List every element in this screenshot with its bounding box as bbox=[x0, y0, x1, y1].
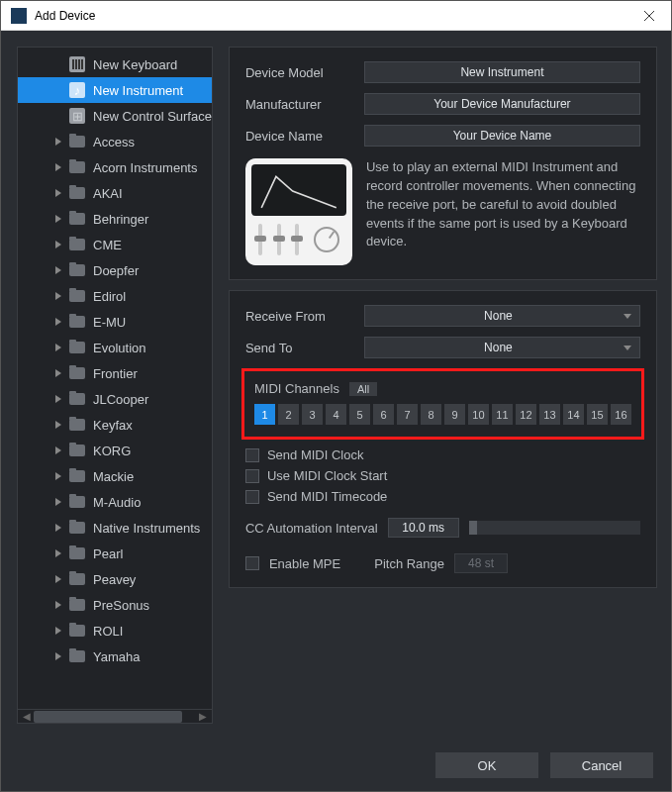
midi-channels-label: MIDI Channels bbox=[254, 381, 339, 396]
horizontal-scrollbar[interactable]: ◀ ▶ bbox=[18, 709, 212, 723]
midi-channel-9[interactable]: 9 bbox=[444, 404, 465, 425]
tree-item-label: Pearl bbox=[93, 546, 123, 561]
knob-icon bbox=[314, 227, 339, 252]
cc-automation-slider[interactable] bbox=[469, 521, 640, 535]
tree-folder-jlcooper[interactable]: JLCooper bbox=[18, 386, 212, 412]
ok-button[interactable]: OK bbox=[435, 752, 538, 778]
tree-item-label: E-MU bbox=[93, 315, 126, 330]
slider-icon bbox=[277, 224, 281, 255]
scroll-left-arrow[interactable]: ◀ bbox=[22, 711, 32, 722]
tree-item-label: Evolution bbox=[93, 341, 145, 355]
chevron-down-icon bbox=[624, 314, 631, 319]
tree-item-label: Doepfer bbox=[93, 263, 139, 278]
tree-folder-korg[interactable]: KORG bbox=[18, 438, 212, 463]
folder-icon bbox=[69, 445, 85, 456]
tree-folder-acorn-instruments[interactable]: Acorn Instruments bbox=[18, 154, 212, 180]
expand-arrow-icon bbox=[55, 163, 61, 171]
midi-channel-7[interactable]: 7 bbox=[397, 404, 418, 425]
scroll-thumb[interactable] bbox=[34, 711, 182, 723]
manufacturer-field[interactable]: Your Device Manufacturer bbox=[364, 93, 640, 115]
receive-from-dropdown[interactable]: None bbox=[364, 305, 640, 327]
device-thumbnail bbox=[245, 158, 352, 265]
cc-automation-value[interactable]: 10.0 ms bbox=[388, 518, 459, 538]
device-name-field[interactable]: Your Device Name bbox=[364, 125, 640, 147]
tree-folder-edirol[interactable]: Edirol bbox=[18, 283, 212, 309]
tree-folder-access[interactable]: Access bbox=[18, 129, 212, 154]
folder-icon bbox=[69, 213, 85, 225]
tree-folder-m-audio[interactable]: M-Audio bbox=[18, 489, 212, 515]
send-midi-clock-checkbox[interactable] bbox=[245, 448, 259, 462]
folder-icon bbox=[69, 419, 85, 431]
tree-item-label: KORG bbox=[93, 444, 131, 458]
device-model-field[interactable]: New Instrument bbox=[364, 61, 640, 83]
midi-channel-11[interactable]: 11 bbox=[492, 404, 513, 425]
expand-arrow-icon bbox=[55, 421, 61, 429]
tree-folder-akai[interactable]: AKAI bbox=[18, 180, 212, 206]
tree-folder-peavey[interactable]: Peavey bbox=[18, 566, 212, 592]
expand-arrow-icon bbox=[55, 395, 61, 403]
expand-arrow-icon bbox=[55, 524, 61, 532]
folder-icon bbox=[69, 136, 85, 148]
tree-folder-pearl[interactable]: Pearl bbox=[18, 541, 212, 566]
expand-arrow-icon bbox=[55, 601, 61, 609]
tree-item-label: Edirol bbox=[93, 289, 126, 304]
folder-icon bbox=[69, 599, 85, 611]
folder-icon bbox=[69, 650, 85, 662]
tree-item-label: New Instrument bbox=[93, 83, 183, 98]
tree-folder-evolution[interactable]: Evolution bbox=[18, 335, 212, 360]
close-button[interactable] bbox=[626, 1, 671, 31]
use-midi-clock-start-checkbox[interactable] bbox=[245, 469, 259, 483]
expand-arrow-icon bbox=[55, 472, 61, 480]
tree-folder-presonus[interactable]: PreSonus bbox=[18, 592, 212, 618]
slider-icon bbox=[295, 224, 299, 255]
midi-channel-6[interactable]: 6 bbox=[373, 404, 394, 425]
send-to-dropdown[interactable]: None bbox=[364, 337, 640, 358]
tree-item-label: Access bbox=[93, 135, 135, 149]
tree-folder-e-mu[interactable]: E-MU bbox=[18, 309, 212, 335]
midi-channel-15[interactable]: 15 bbox=[587, 404, 608, 425]
folder-icon bbox=[69, 470, 85, 482]
tree-item-label: Yamaha bbox=[93, 649, 140, 664]
tree-item-new-instrument[interactable]: ♪ New Instrument bbox=[18, 77, 212, 103]
expand-arrow-icon bbox=[55, 241, 61, 248]
manufacturer-label: Manufacturer bbox=[245, 97, 364, 112]
midi-channel-16[interactable]: 16 bbox=[611, 404, 631, 425]
tree-folder-behringer[interactable]: Behringer bbox=[18, 206, 212, 232]
expand-arrow-icon bbox=[55, 344, 61, 351]
dialog-footer: OK Cancel bbox=[1, 740, 671, 791]
midi-channel-14[interactable]: 14 bbox=[563, 404, 584, 425]
tree-item-new-keyboard[interactable]: New Keyboard bbox=[18, 51, 212, 77]
tree-folder-mackie[interactable]: Mackie bbox=[18, 463, 212, 489]
cancel-button[interactable]: Cancel bbox=[550, 752, 653, 778]
tree-item-new-control-surface[interactable]: ⊞ New Control Surface bbox=[18, 103, 212, 129]
tree-folder-doepfer[interactable]: Doepfer bbox=[18, 257, 212, 283]
pitch-range-value: 48 st bbox=[454, 553, 508, 573]
midi-channel-3[interactable]: 3 bbox=[302, 404, 323, 425]
send-midi-timecode-checkbox[interactable] bbox=[245, 490, 259, 504]
tree-folder-roli[interactable]: ROLI bbox=[18, 618, 212, 644]
send-to-label: Send To bbox=[245, 341, 364, 355]
expand-arrow-icon bbox=[55, 318, 61, 326]
tree-folder-yamaha[interactable]: Yamaha bbox=[18, 644, 212, 669]
scroll-right-arrow[interactable]: ▶ bbox=[198, 711, 208, 722]
tree-folder-keyfax[interactable]: Keyfax bbox=[18, 412, 212, 438]
device-tree[interactable]: New Keyboard ♪ New Instrument ⊞ New Cont… bbox=[18, 48, 212, 709]
midi-channel-2[interactable]: 2 bbox=[278, 404, 299, 425]
keyboard-icon bbox=[69, 56, 85, 72]
all-channels-button[interactable]: All bbox=[349, 382, 377, 396]
midi-channel-10[interactable]: 10 bbox=[468, 404, 489, 425]
tree-folder-frontier[interactable]: Frontier bbox=[18, 360, 212, 386]
tree-folder-cme[interactable]: CME bbox=[18, 232, 212, 257]
midi-channel-5[interactable]: 5 bbox=[349, 404, 370, 425]
tree-item-label: Peavey bbox=[93, 572, 136, 587]
expand-arrow-icon bbox=[55, 446, 61, 454]
midi-channel-4[interactable]: 4 bbox=[326, 404, 346, 425]
midi-channel-13[interactable]: 13 bbox=[539, 404, 560, 425]
tree-folder-native-instruments[interactable]: Native Instruments bbox=[18, 515, 212, 541]
midi-channel-8[interactable]: 8 bbox=[421, 404, 441, 425]
midi-channel-12[interactable]: 12 bbox=[516, 404, 536, 425]
enable-mpe-checkbox[interactable] bbox=[245, 556, 259, 570]
tree-item-label: Keyfax bbox=[93, 418, 133, 433]
midi-channel-1[interactable]: 1 bbox=[254, 404, 275, 425]
receive-from-label: Receive From bbox=[245, 309, 364, 324]
